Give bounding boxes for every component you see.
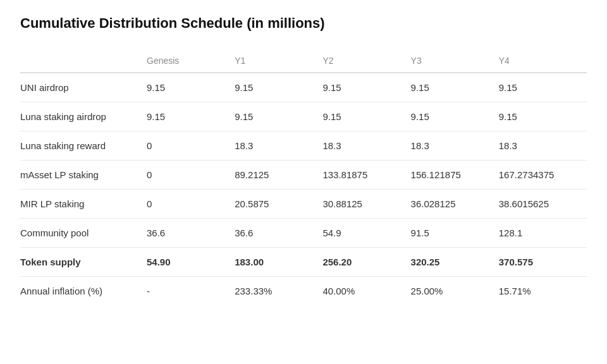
row-value-1: 233.33% (235, 277, 322, 306)
row-value-3: 9.15 (411, 102, 499, 131)
row-value-0: - (147, 277, 235, 306)
row-value-4: 9.15 (499, 73, 587, 102)
col-header-genesis: Genesis (147, 49, 235, 73)
table-row: UNI airdrop9.159.159.159.159.15 (20, 73, 587, 102)
col-header-y1: Y1 (235, 49, 322, 73)
row-value-0: 36.6 (147, 219, 235, 248)
row-label: Luna staking airdrop (20, 102, 147, 131)
row-label: MIR LP staking (20, 190, 147, 219)
col-header-y4: Y4 (499, 49, 587, 73)
col-header-label (20, 49, 147, 73)
row-value-2: 256.20 (322, 248, 410, 277)
row-value-2: 54.9 (322, 219, 410, 248)
row-value-3: 320.25 (411, 248, 499, 277)
table-row: Luna staking airdrop9.159.159.159.159.15 (20, 102, 587, 131)
row-label: mAsset LP staking (20, 161, 147, 190)
row-label: Luna staking reward (20, 131, 147, 161)
row-value-2: 9.15 (322, 73, 410, 102)
table-row: Annual inflation (%)-233.33%40.00%25.00%… (20, 277, 587, 306)
row-value-4: 38.6015625 (499, 190, 587, 219)
row-value-0: 0 (147, 161, 235, 190)
row-value-2: 9.15 (322, 102, 410, 131)
row-value-4: 9.15 (499, 102, 587, 131)
row-value-0: 0 (147, 190, 235, 219)
row-value-2: 18.3 (322, 131, 410, 161)
row-value-0: 9.15 (147, 102, 235, 131)
row-value-0: 9.15 (147, 73, 235, 102)
row-label: UNI airdrop (20, 73, 147, 102)
row-value-4: 18.3 (499, 131, 587, 161)
table-row: Luna staking reward018.318.318.318.3 (20, 131, 587, 161)
row-value-3: 25.00% (411, 277, 499, 306)
col-header-y3: Y3 (411, 49, 499, 73)
row-value-1: 20.5875 (235, 190, 322, 219)
row-label: Token supply (20, 248, 147, 277)
row-value-0: 0 (147, 131, 235, 161)
row-value-4: 167.2734375 (499, 161, 587, 190)
table-row: mAsset LP staking089.2125133.81875156.12… (20, 161, 587, 190)
row-value-1: 18.3 (235, 131, 322, 161)
col-header-y2: Y2 (322, 49, 410, 73)
table-body: UNI airdrop9.159.159.159.159.15Luna stak… (20, 73, 587, 305)
row-value-1: 89.2125 (235, 161, 322, 190)
row-value-2: 30.88125 (322, 190, 410, 219)
row-label: Community pool (20, 219, 147, 248)
table-row: MIR LP staking020.587530.8812536.0281253… (20, 190, 587, 219)
table-row: Community pool36.636.654.991.5128.1 (20, 219, 587, 248)
row-value-4: 128.1 (499, 219, 587, 248)
row-value-3: 9.15 (411, 73, 499, 102)
row-value-4: 15.71% (499, 277, 587, 306)
row-value-1: 36.6 (235, 219, 322, 248)
row-value-3: 36.028125 (411, 190, 499, 219)
row-value-2: 40.00% (322, 277, 410, 306)
row-value-1: 9.15 (235, 102, 322, 131)
page-title: Cumulative Distribution Schedule (in mil… (20, 15, 587, 32)
row-value-0: 54.90 (147, 248, 235, 277)
row-value-1: 9.15 (235, 73, 322, 102)
row-value-3: 91.5 (411, 219, 499, 248)
row-value-3: 156.121875 (411, 161, 499, 190)
row-value-3: 18.3 (411, 131, 499, 161)
table-row: Token supply54.90183.00256.20320.25370.5… (20, 248, 587, 277)
row-label: Annual inflation (%) (20, 277, 147, 306)
row-value-1: 183.00 (235, 248, 322, 277)
row-value-4: 370.575 (499, 248, 587, 277)
table-header-row: GenesisY1Y2Y3Y4 (20, 49, 587, 73)
distribution-table: GenesisY1Y2Y3Y4 UNI airdrop9.159.159.159… (20, 49, 587, 305)
row-value-2: 133.81875 (322, 161, 410, 190)
